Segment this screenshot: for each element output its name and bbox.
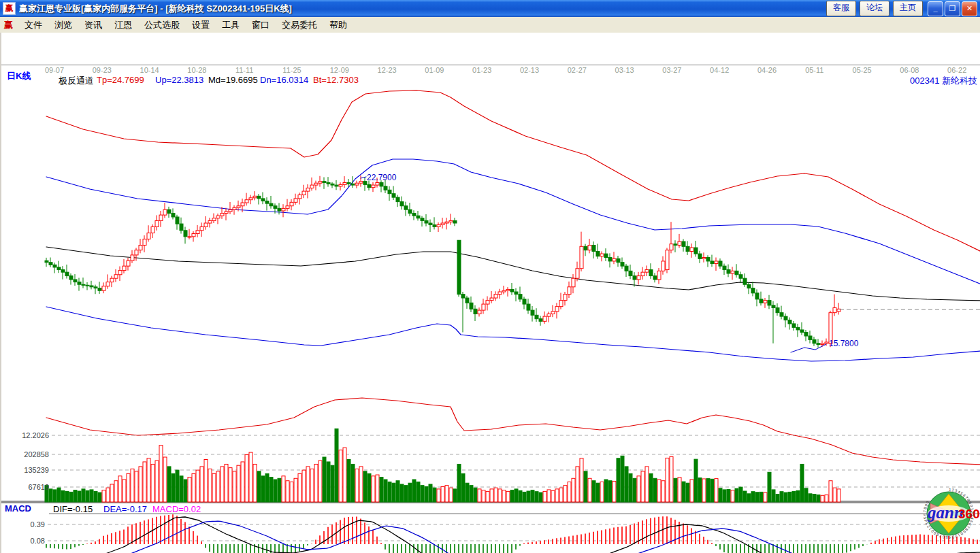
chart-area[interactable]: 09-0709-2310-1410-2811-1111-2512-0912-23… [0,33,980,553]
x-axis-tick: 04-12 [710,66,729,74]
kline-period-label[interactable]: 日K线 [7,70,31,82]
x-axis-tick: 02-13 [520,66,539,74]
x-axis-tick: 10-28 [187,66,206,74]
x-axis-tick: 06-08 [900,66,919,74]
macd-dea-value: DEA=-0.17 [103,504,147,514]
x-axis-tick: 10-14 [140,66,159,74]
indicator-name-label[interactable]: 极反通道 [59,75,94,87]
x-axis-tick: 04-26 [757,66,777,74]
close-button[interactable]: ✕ [962,1,977,16]
x-axis-tick: 06-22 [947,66,966,74]
restore-button[interactable]: ❐ [945,1,960,16]
x-axis-tick: 09-07 [45,66,64,74]
macd-histogram [46,514,977,553]
indicator-value-md: Md=19.6695 [208,75,258,85]
logo-360-text: 360 [958,507,980,521]
y-axis-tick: 0.39 [31,520,45,529]
low-price-annotation: 15.7800 [829,339,858,348]
x-axis-tick: 11-25 [282,66,301,74]
x-axis-tick: 01-23 [472,66,491,74]
volume-group [45,429,840,502]
x-axis-tick: 05-25 [853,66,872,74]
y-axis-tick: 0.08 [31,537,45,545]
x-axis-tick: 02-27 [568,66,587,74]
menu-item[interactable]: 设置 [186,18,216,31]
indicator-value-tp: Tp=24.7699 [97,75,144,85]
menu-item[interactable]: 公式选股 [138,18,186,31]
x-axis-tick: 01-09 [425,66,444,74]
indicator-value-dn: Dn=16.0314 [260,75,308,85]
menu-item[interactable]: 交易委托 [276,18,323,31]
macd-pane-label[interactable]: MACD [5,503,31,514]
x-axis-tick: 03-27 [662,66,681,74]
title-bar[interactable]: 赢 赢家江恩专业版[赢家内部服务平台] - [新纶科技 SZ002341-195… [0,0,980,17]
chart-frame [1,65,980,514]
homepage-button[interactable]: 主页 [893,1,923,16]
customer-service-button[interactable]: 客服 [826,1,856,16]
menu-item[interactable]: 文件 [18,18,48,31]
menu-logo-icon: 赢 [0,19,18,31]
macd-dif-value: DIF=-0.15 [53,504,93,514]
y-axis-tick: 67619 [28,483,49,491]
y-axis-tick: 135239 [24,466,49,474]
macd-hist-value: MACD=0.02 [152,504,201,514]
menu-item[interactable]: 江恩 [108,18,138,31]
menu-item[interactable]: 帮助 [323,18,353,31]
app-icon: 赢 [3,2,16,15]
gann360-logo: gann 360 1234567890123456789012345678901… [911,483,980,544]
minimize-button[interactable]: _ [928,1,943,16]
menu-items: 文件浏览资讯江恩公式选股设置工具窗口交易委托帮助 [18,19,353,31]
menu-item[interactable]: 工具 [216,18,246,31]
channel-lines [46,90,980,465]
annotation-lines [361,177,980,352]
high-price-annotation: 22.7900 [367,173,396,182]
x-axis-tick: 12-09 [330,66,349,74]
menu-item[interactable]: 窗口 [246,18,276,31]
indicator-value-bt: Bt=12.7303 [313,75,359,85]
indicator-value-up: Up=22.3813 [155,75,203,85]
x-axis-tick: 11-11 [235,66,254,74]
forum-button[interactable]: 论坛 [860,1,889,16]
x-axis-tick: 05-11 [805,66,823,74]
kline-chart-canvas[interactable] [1,33,980,553]
y-axis-tick: 12.2026 [22,431,49,439]
stock-code-name-label[interactable]: 002341 新纶科技 [910,75,977,87]
menu-item[interactable]: 资讯 [78,18,108,31]
window-title: 赢家江恩专业版[赢家内部服务平台] - [新纶科技 SZ002341-195日K… [19,3,826,15]
x-axis-tick: 09-23 [93,66,112,74]
x-axis-tick: 12-23 [378,66,397,74]
menu-item[interactable]: 浏览 [48,18,78,31]
y-axis-tick: 202858 [24,450,49,458]
macd-pane [46,514,980,553]
menu-bar: 赢 文件浏览资讯江恩公式选股设置工具窗口交易委托帮助 [0,17,980,33]
x-axis-tick: 03-13 [615,66,634,74]
application-window: 赢 赢家江恩专业版[赢家内部服务平台] - [新纶科技 SZ002341-195… [0,0,980,553]
